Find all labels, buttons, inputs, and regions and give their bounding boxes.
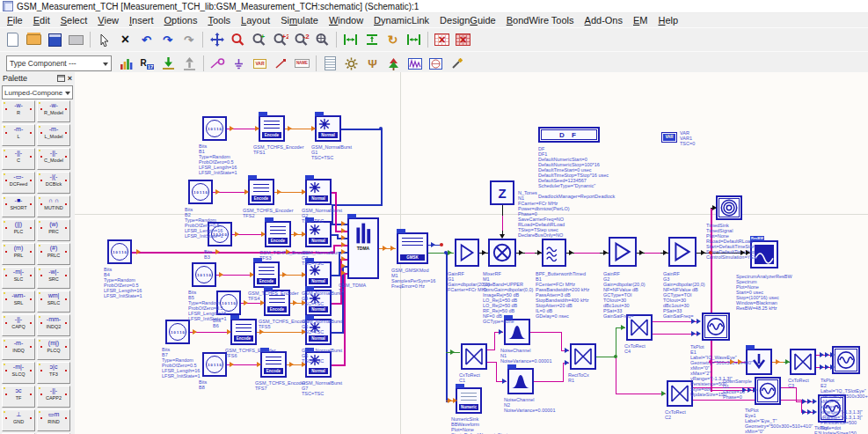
redo-button[interactable]: ↷ — [157, 30, 178, 49]
schematic-canvas[interactable]: 1 0 1 1 0EncodeNormal1 0 1 1 0EncodeNorm… — [75, 72, 868, 434]
palette-item-src[interactable]: -w|-SRC — [37, 267, 70, 289]
gmsk-mod[interactable]: GMSK — [397, 232, 428, 264]
burst-g2[interactable]: Normal — [305, 179, 332, 205]
optimization-button[interactable] — [383, 54, 404, 73]
palette-item-short[interactable]: -■-SHORT — [2, 195, 35, 217]
deactivate-restore-button[interactable]: × — [453, 30, 473, 49]
palette-category-select[interactable]: Lumped-Compone — [2, 85, 73, 99]
palette-item-rind[interactable]: ▭mRIND — [37, 409, 70, 431]
wizard-button[interactable] — [447, 54, 467, 73]
insert-component-button[interactable] — [158, 54, 179, 73]
numeric-sink[interactable]: Numeric — [456, 387, 482, 414]
gain-g1[interactable] — [455, 239, 479, 267]
bits-b2[interactable]: 1 0 1 1 0 — [188, 180, 213, 204]
menu-select[interactable]: Select — [55, 15, 93, 26]
palette-item-plcq[interactable]: (m|)PLCQ — [37, 338, 70, 360]
redo-all-button[interactable]: ↷ — [179, 30, 199, 49]
float-panel-icon[interactable] — [57, 75, 65, 82]
palette-item-l_model[interactable]: -m-L_Model — [37, 124, 70, 146]
menu-help[interactable]: Help — [653, 15, 683, 26]
burst-g1[interactable]: Normal — [315, 115, 341, 142]
wire-label-button[interactable] — [271, 54, 291, 73]
space-horizontal-button[interactable] — [340, 30, 361, 49]
encoder-tfs4[interactable]: Encode — [253, 261, 280, 288]
palette-item-tf[interactable]: ɔcTF — [2, 386, 35, 408]
palette-item-slcq[interactable]: -m|-SLCQ — [2, 362, 35, 384]
delete-button[interactable]: × — [115, 30, 135, 49]
palette-item-slc[interactable]: -m|-SLC — [2, 267, 35, 289]
palette-item-srlc[interactable]: wm|SRLC — [37, 291, 70, 313]
cxtorect-c3[interactable] — [790, 349, 816, 375]
menu-em[interactable]: EM — [628, 15, 653, 26]
save-button[interactable] — [45, 30, 65, 49]
bits-b1[interactable]: 1 0 1 1 0 — [202, 116, 227, 141]
menu-dynamiclink[interactable]: DynamicLink — [368, 15, 434, 26]
encoder-tfs6[interactable]: Encode — [230, 319, 257, 345]
palette-item-c_model[interactable]: -||-C_Model — [37, 148, 70, 170]
zoom-in-button[interactable]: + — [249, 30, 269, 49]
bits-b7[interactable]: 1 0 1 1 0 — [165, 320, 190, 344]
rotate-button[interactable]: ↻ — [383, 30, 403, 49]
cxtorect-c1[interactable] — [461, 343, 487, 370]
menu-insert[interactable]: Insert — [124, 15, 159, 26]
align-button[interactable] — [404, 30, 424, 49]
component-history-button[interactable] — [116, 54, 136, 73]
print-button[interactable] — [66, 30, 86, 49]
palette-item-capq[interactable]: -||-CAPQ — [2, 314, 35, 336]
palette-item-c[interactable]: -||-C — [2, 148, 35, 170]
encoder-tfs3[interactable]: Encode — [265, 221, 291, 247]
palette-item-dcblck[interactable]: -|(-DCBlck — [37, 172, 70, 194]
noise-n2[interactable] — [507, 368, 534, 394]
menu-designguide[interactable]: DesignGuide — [434, 15, 501, 26]
new-button[interactable] — [3, 30, 23, 49]
tuning-button[interactable]: Ψ — [362, 54, 383, 73]
simulation-settings-button[interactable] — [341, 54, 361, 73]
insert-ground-button[interactable] — [229, 54, 249, 73]
cxtorect-c2[interactable] — [667, 380, 693, 407]
menu-edit[interactable]: Edit — [28, 15, 55, 26]
menu-options[interactable]: Options — [159, 15, 203, 26]
open-button[interactable] — [24, 30, 44, 49]
tdma-mux[interactable]: TDMA — [347, 217, 379, 279]
deactivate-button[interactable]: × — [432, 30, 452, 49]
gain-g2[interactable] — [609, 237, 637, 267]
palette-item-l[interactable]: -m-L — [2, 124, 35, 146]
component-search-combo[interactable]: Type Component --- — [6, 55, 112, 71]
mixer-m1[interactable] — [488, 239, 516, 267]
menu-addons[interactable]: Add-Ons — [580, 15, 628, 26]
palette-item-plc[interactable]: (||)PLC — [2, 219, 35, 241]
df-controller[interactable]: D F — [538, 127, 600, 143]
menu-simulate[interactable]: Simulate — [275, 15, 324, 26]
palette-item-indq2[interactable]: -mm-INDQ2 — [37, 314, 70, 336]
scope-e1[interactable] — [702, 313, 730, 341]
netlist-button[interactable] — [320, 54, 340, 73]
menu-file[interactable]: File — [2, 15, 28, 26]
menu-layout[interactable]: Layout — [236, 15, 275, 26]
pointer-tool[interactable] — [94, 30, 114, 49]
smith-chart-button[interactable] — [426, 54, 446, 73]
menu-window[interactable]: Window — [324, 15, 368, 26]
bits-b5[interactable]: 1 0 1 1 0 — [192, 262, 216, 287]
palette-item-r[interactable]: -w-R — [2, 100, 35, 122]
n-tones[interactable]: Z — [490, 180, 514, 205]
move-tool[interactable] — [207, 30, 227, 49]
spectrum-button[interactable] — [405, 54, 425, 73]
menu-tools[interactable]: Tools — [202, 15, 236, 26]
palette-item-gnd[interactable]: ⊥GND — [2, 409, 35, 431]
palette-item-prl[interactable]: (m)PRL — [2, 243, 35, 265]
menu-view[interactable]: View — [92, 15, 124, 26]
palette-item-prc[interactable]: (w)PRC — [37, 219, 70, 241]
palette-item-srl[interactable]: -wm-SRL — [2, 291, 35, 313]
timed-sink[interactable] — [716, 195, 742, 220]
palette-item-indq[interactable]: -m-INDQ — [2, 338, 35, 360]
insert-var-button[interactable]: VAR — [250, 54, 270, 73]
palette-item-r_model[interactable]: -w-R_Model — [37, 100, 70, 122]
undo-button[interactable]: ↶ — [136, 30, 157, 49]
recttocx-r1[interactable] — [570, 343, 596, 370]
gain-g3[interactable] — [668, 237, 697, 267]
insert-wire-button[interactable] — [208, 54, 228, 73]
close-panel-icon[interactable]: × — [68, 75, 72, 83]
burst-g3[interactable]: Normal — [305, 221, 332, 247]
encoder-tfs1[interactable]: Encode — [259, 115, 285, 142]
part-r17-button[interactable]: R17 — [137, 54, 157, 73]
